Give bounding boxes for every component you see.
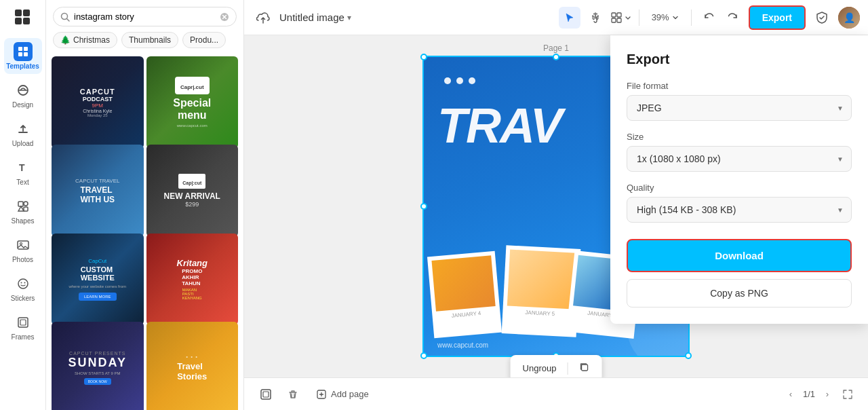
templates-grid: CAPCUT PODCAST 9PM Christina Kyle Monday… [46,54,243,410]
sidebar-item-text[interactable]: T Text [4,154,42,190]
redo-button[interactable] [722,7,743,29]
tag-christmas[interactable]: 🌲 Christmas [53,32,117,48]
template-card[interactable]: • • • TravelStories [146,322,239,410]
user-avatar[interactable]: 👤 [838,7,860,29]
prev-page-button[interactable]: ‹ [783,386,799,403]
title-chevron-icon: ▾ [347,13,351,22]
photo-date-2: JANUARY 5 [507,309,573,318]
toolbar-divider [691,10,692,26]
quality-select[interactable]: Low (50 KB - 100 KB) Medium (80 KB - 160… [627,197,852,223]
file-format-label: File format [627,81,852,91]
add-page-label: Add page [331,389,369,399]
size-wrapper: 0.5x (540 x 540 px) 1x (1080 x 1080 px) … [627,146,852,172]
top-toolbar: Untitled image ▾ [244,0,868,35]
grid-tool-button[interactable] [610,7,632,29]
template-card[interactable]: Cap|:cut NEW ARRIVAL $299 [146,145,239,237]
zoom-chevron-icon [672,14,679,21]
template-card[interactable]: Kritang PROMOAKHIRTAHUN MAKANPASTIKENYAN… [146,234,239,326]
template-card[interactable]: Capr|.cut Specialmenu www.capcut.com [146,56,239,149]
dot-3 [469,77,475,84]
dot-1 [444,77,451,84]
sidebar-item-label: Design [12,101,33,109]
bottom-left: Add page [255,384,376,405]
sidebar-item-shapes[interactable]: Shapes [4,193,42,229]
tag-thumbnails[interactable]: Thumbnails [121,32,178,48]
toolbar-divider [567,362,568,375]
svg-point-15 [20,243,22,245]
size-select[interactable]: 0.5x (540 x 540 px) 1x (1080 x 1080 px) … [627,146,852,172]
stickers-icon [14,274,33,293]
delete-button[interactable] [282,384,304,405]
frame-tool-button[interactable] [255,384,277,405]
undo-redo-group [698,7,743,29]
hand-tool-button[interactable] [585,7,606,29]
svg-rect-13 [24,207,28,211]
clear-search-icon[interactable] [220,12,229,22]
svg-rect-30 [581,365,587,371]
shield-icon-button[interactable] [811,7,833,29]
document-title[interactable]: Untitled image ▾ [279,12,351,23]
app-logo[interactable] [11,5,35,30]
dot-2 [456,77,463,84]
svg-rect-11 [18,202,23,206]
svg-text:T: T [19,162,25,173]
cloud-upload-button[interactable] [252,7,274,29]
next-page-button[interactable]: › [819,386,835,403]
toolbar-right: Export 👤 [749,5,860,30]
export-button[interactable]: Export [749,5,806,30]
canvas-floating-toolbar: Ungroup [511,355,602,377]
sidebar-item-photos[interactable]: Photos [4,231,42,267]
sidebar-item-upload[interactable]: Upload [4,115,42,151]
upload-icon [14,119,33,138]
ungroup-button[interactable]: Ungroup [517,360,562,376]
sidebar-item-templates[interactable]: Templates [4,38,42,74]
sidebar-item-stickers[interactable]: Stickers [4,270,42,306]
svg-rect-5 [24,47,28,51]
size-group: Size 0.5x (540 x 540 px) 1x (1080 x 1080… [627,132,852,172]
zoom-control[interactable]: 39% [646,10,684,25]
select-tool-button[interactable] [559,7,580,29]
sidebar-item-label: Upload [12,140,34,147]
svg-point-12 [24,202,28,206]
copy-as-png-button[interactable]: Copy as PNG [627,279,852,308]
file-format-select[interactable]: JPEG PNG SVG PDF GIF [627,95,852,121]
svg-rect-6 [18,52,22,56]
frames-icon [14,313,33,332]
toolbar-divider [639,10,639,26]
left-panel: instagram story 🌲 Christmas Thumbnails P… [46,0,244,410]
tags-bar: 🌲 Christmas Thumbnails Produ... [46,32,243,54]
tag-products[interactable]: Produ... [182,32,226,48]
template-card[interactable]: CAPCUT PRESENTS SUNDAY SHOW STARTS AT 9 … [52,322,144,410]
sidebar-item-label: Text [16,179,28,186]
fullscreen-button[interactable] [838,385,857,404]
svg-point-17 [20,282,22,284]
sidebar-item-label: Frames [12,333,35,341]
svg-rect-0 [15,10,22,16]
quality-wrapper: Low (50 KB - 100 KB) Medium (80 KB - 160… [627,197,852,223]
svg-rect-2 [15,18,22,24]
photo-card-1: JANUARY 4 [427,251,502,338]
svg-rect-32 [263,392,269,397]
download-button[interactable]: Download [627,239,852,272]
undo-button[interactable] [698,7,720,29]
sidebar-item-label: Photos [12,256,33,263]
design-icon [14,81,33,100]
template-card[interactable]: CAPCUT TRAVEL TRAVELWITH US [52,145,144,237]
sidebar-item-design[interactable]: Design [4,77,42,113]
search-bar[interactable]: instagram story [53,7,237,26]
template-card[interactable]: CapCut CUSTOMWEBSITE where your website … [52,234,144,326]
svg-point-18 [24,282,25,284]
sidebar-item-frames[interactable]: Frames [4,309,42,345]
template-card[interactable]: CAPCUT PODCAST 9PM Christina Kyle Monday… [52,56,144,149]
toolbar-center: 39% [559,7,743,29]
add-page-button[interactable]: Add page [309,385,376,404]
svg-rect-20 [20,320,26,325]
bottom-right: ‹ 1/1 › [783,385,857,404]
search-input[interactable]: instagram story [74,12,216,22]
quality-group: Quality Low (50 KB - 100 KB) Medium (80 … [627,183,852,223]
page-navigation: ‹ 1/1 › [783,386,835,403]
canvas-url: www.capcut.com [437,341,488,349]
svg-rect-28 [612,18,616,22]
copy-style-button[interactable] [573,359,595,377]
canvas-dots [444,77,475,84]
